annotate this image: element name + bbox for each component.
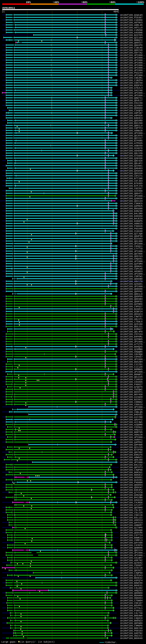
svg-text:UniRef100_B2VS63: UniRef100_B2VS63 <box>120 238 143 240</box>
svg-text:UniRef100_B9I2G9: UniRef100_B9I2G9 <box>120 122 143 124</box>
svg-text:UniRef100_Q9SXS0: UniRef100_Q9SXS0 <box>120 172 143 175</box>
svg-text:UniRef100_C5PCX6: UniRef100_C5PCX6 <box>120 268 143 270</box>
svg-text:UniRef100_Q4F6W9: UniRef100_Q4F6W9 <box>120 444 143 446</box>
svg-text:UniRef100_P63244: UniRef100_P63244 <box>120 72 143 74</box>
svg-text:UniRef100_O42248: UniRef100_O42248 <box>120 89 143 92</box>
svg-text:464: 464 <box>113 10 118 13</box>
svg-text:UniRef100_B4FKM1: UniRef100_B4FKM1 <box>120 336 143 338</box>
svg-text:UniRef100_B0XE31: UniRef100_B0XE31 <box>120 584 143 587</box>
svg-text:UniRef100_UPI000..: UniRef100_UPI000.. <box>120 59 145 62</box>
svg-text:UniRef100_C1H819: UniRef100_C1H819 <box>120 378 143 381</box>
svg-text:UniRef100_A6SBS3: UniRef100_A6SBS3 <box>120 270 143 273</box>
svg-text:UniRef100_Q93134: UniRef100_Q93134 <box>120 200 143 202</box>
svg-text:UniRef100_Q9SXR9: UniRef100_Q9SXR9 <box>120 120 143 122</box>
svg-text:UniRef100_O65851: UniRef100_O65851 <box>120 476 143 479</box>
svg-text:UniRef100_B4JEI0: UniRef100_B4JEI0 <box>120 218 143 220</box>
svg-text:UniRef100_Q4Y0J3: UniRef100_Q4Y0J3 <box>120 522 143 524</box>
svg-text:UniRef100_C5MTW1: UniRef100_C5MTW1 <box>120 275 143 278</box>
svg-text:UniRef100_B2XYE5: UniRef100_B2XYE5 <box>120 34 143 36</box>
svg-text:UniRef100_Q5XUC3: UniRef100_Q5XUC3 <box>120 313 143 316</box>
svg-text:UniRef100_Q65YU3: UniRef100_Q65YU3 <box>120 255 143 258</box>
svg-text:UniRef100_A2Q9R8: UniRef100_A2Q9R8 <box>120 424 143 426</box>
svg-text:UniRef100_C4WT57: UniRef100_C4WT57 <box>120 316 143 318</box>
svg-text:UniRef100_Q4PBV5: UniRef100_Q4PBV5 <box>120 205 143 208</box>
svg-text:UniRef100_Q4N2Q8: UniRef100_Q4N2Q8 <box>120 494 143 496</box>
svg-text:UniRef100_A8Q263: UniRef100_A8Q263 <box>120 590 143 592</box>
svg-text:UniRef100_Q1XGE0: UniRef100_Q1XGE0 <box>120 104 143 107</box>
svg-text:UniRef100_Q27JQ8: UniRef100_Q27JQ8 <box>120 232 143 235</box>
svg-text:UniRef100_A2I3W1: UniRef100_A2I3W1 <box>120 421 143 424</box>
svg-text:UniRef100_C7YT79: UniRef100_C7YT79 <box>120 248 143 250</box>
svg-text:UniRef100_Q8IBA0: UniRef100_Q8IBA0 <box>120 506 143 509</box>
svg-text:AlignView.pm Beta rel.7: AlignView.pm Beta rel.7 <box>92 7 119 9</box>
svg-text:UniRef100_C1E856: UniRef100_C1E856 <box>120 19 143 22</box>
svg-text:UniRef100_Q2GUD1: UniRef100_Q2GUD1 <box>120 283 143 285</box>
svg-text:UniRef100_Q01369: UniRef100_Q01369 <box>120 240 143 242</box>
svg-text:UniRef100_A9QQB5: UniRef100_A9QQB5 <box>120 351 143 353</box>
svg-text:UniRef100_B0ENZ3: UniRef100_B0ENZ3 <box>120 620 143 622</box>
svg-text:UniRef100_B5VPP1: UniRef100_B5VPP1 <box>120 604 143 607</box>
svg-text:UniRef100_B4IZB0: UniRef100_B4IZB0 <box>120 496 143 499</box>
svg-text:UniRef100_B8NT05: UniRef100_B8NT05 <box>120 431 143 434</box>
svg-text:UniRef100_Q8AVP6: UniRef100_Q8AVP6 <box>120 44 143 46</box>
svg-text:UniRef100_B6KSU1: UniRef100_B6KSU1 <box>120 471 143 474</box>
svg-text:UniRef100_C9E2R1: UniRef100_C9E2R1 <box>120 77 143 79</box>
svg-text:UniRef100_Q95PD5: UniRef100_Q95PD5 <box>120 296 143 298</box>
svg-text:UniRef100_A6ZIC2: UniRef100_A6ZIC2 <box>120 635 143 637</box>
svg-text:UniRef100_A1CIN8: UniRef100_A1CIN8 <box>120 416 143 418</box>
svg-text:UniRef100_B3L122: UniRef100_B3L122 <box>120 516 143 519</box>
svg-text:UniRef100_UPI000..: UniRef100_UPI000.. <box>120 371 145 373</box>
svg-text:UniRef100_B4LCS2: UniRef100_B4LCS2 <box>120 464 143 466</box>
svg-text:UniRef100_Q6EEB0: UniRef100_Q6EEB0 <box>120 278 143 280</box>
svg-text:UniRef100_Q09KA1: UniRef100_Q09KA1 <box>120 265 143 268</box>
svg-text:UniRef100_C1MZG8: UniRef100_C1MZG8 <box>120 29 143 32</box>
svg-text:UniRef100_C5FEE7: UniRef100_C5FEE7 <box>120 356 143 358</box>
svg-text:UniRef100_B9SU88: UniRef100_B9SU88 <box>120 208 143 210</box>
svg-text:UniRef100_UPI000..: UniRef100_UPI000.. <box>120 260 145 263</box>
svg-text:UniRef100_P93340: UniRef100_P93340 <box>120 228 143 230</box>
svg-text:UniRef100_Q60FS2: UniRef100_Q60FS2 <box>120 300 143 303</box>
svg-text:UniRef100_Q6PPH2: UniRef100_Q6PPH2 <box>120 290 143 293</box>
svg-text:UniRef100_C5YV24: UniRef100_C5YV24 <box>120 333 143 336</box>
svg-text:UniRef100_C4QXC0: UniRef100_C4QXC0 <box>120 617 143 620</box>
svg-text:UniRef100_Q39336: UniRef100_Q39336 <box>120 157 143 160</box>
svg-text:UniRef100_A7S9A5: UniRef100_A7S9A5 <box>120 155 143 157</box>
svg-text:UniRef100_B3N6P5: UniRef100_B3N6P5 <box>120 220 143 222</box>
svg-text:UniRef100_Q179P0: UniRef100_Q179P0 <box>120 526 143 529</box>
svg-text:UniRef100_A4QV51: UniRef100_A4QV51 <box>120 258 143 260</box>
svg-text:UniRef100_O18640: UniRef100_O18640 <box>120 230 143 232</box>
svg-text:-: - <box>35 641 37 643</box>
svg-text:UniRef100_A9RL45: UniRef100_A9RL45 <box>120 24 143 26</box>
svg-text:UniRef100_O24076: UniRef100_O24076 <box>120 147 143 150</box>
svg-text:UniRef100_Q4UA19: UniRef100_Q4UA19 <box>120 499 143 502</box>
svg-text:UniRef100_C4M6P6: UniRef100_C4M6P6 <box>120 624 143 627</box>
svg-text:UniRef100_B4KG59: UniRef100_B4KG59 <box>120 215 143 218</box>
svg-text:UniRef100_Q0UP30: UniRef100_Q0UP30 <box>120 235 143 238</box>
svg-text:UniRef100_UPI000..: UniRef100_UPI000.. <box>120 132 145 134</box>
svg-text:UniRef100_B6HQX5: UniRef100_B6HQX5 <box>120 346 143 348</box>
svg-text:UniRef100_B0EAW0: UniRef100_B0EAW0 <box>120 614 143 617</box>
svg-text:UniRef100_B4NZ46: UniRef100_B4NZ46 <box>120 210 143 212</box>
svg-text:UniRef100_C5L3C7: UniRef100_C5L3C7 <box>120 509 143 512</box>
svg-text:20%: 20% <box>26 1 31 4</box>
svg-text:UniRef100_B2BF24: UniRef100_B2BF24 <box>120 310 143 313</box>
svg-text:UniRef100_A5E792: UniRef100_A5E792 <box>120 559 143 562</box>
svg-text:UniRef100_B2CNY1: UniRef100_B2CNY1 <box>120 398 143 401</box>
svg-text:UniRef100_Q870G6: UniRef100_Q870G6 <box>120 253 143 255</box>
svg-text:UniRef100_A9NWJ9: UniRef100_A9NWJ9 <box>120 130 143 132</box>
svg-text:UniRef100_A7PH35: UniRef100_A7PH35 <box>120 142 143 144</box>
svg-text:UniRef100_C3XQF5: UniRef100_C3XQF5 <box>120 110 143 112</box>
svg-text:UniRef100_A9P1N7: UniRef100_A9P1N7 <box>120 112 143 114</box>
svg-text:UniRef100_Q801L8: UniRef100_Q801L8 <box>120 293 143 296</box>
svg-text:UniRef100_C9SQ11: UniRef100_C9SQ11 <box>120 245 143 248</box>
svg-text:UniRef100_A7E2L4: UniRef100_A7E2L4 <box>120 87 143 89</box>
svg-text:UniRef100_Q24D42: UniRef100_Q24D42 <box>120 562 143 564</box>
svg-text:UniRef100_C4JRS6: UniRef100_C4JRS6 <box>120 502 143 504</box>
svg-text:~100%: ~100% <box>136 1 145 4</box>
svg-text:UniRef100_Q2F5M4: UniRef100_Q2F5M4 <box>120 263 143 265</box>
svg-text:UniRef100_P49027: UniRef100_P49027 <box>120 383 143 386</box>
svg-text:UniRef100_Q4SDS8: UniRef100_Q4SDS8 <box>120 170 143 172</box>
svg-text:UniRef100_Q00X27: UniRef100_Q00X27 <box>120 42 143 44</box>
svg-text:~60%: ~60% <box>81 1 88 4</box>
svg-text:UniRef100_Q1WLW3: UniRef100_Q1WLW3 <box>120 14 143 16</box>
